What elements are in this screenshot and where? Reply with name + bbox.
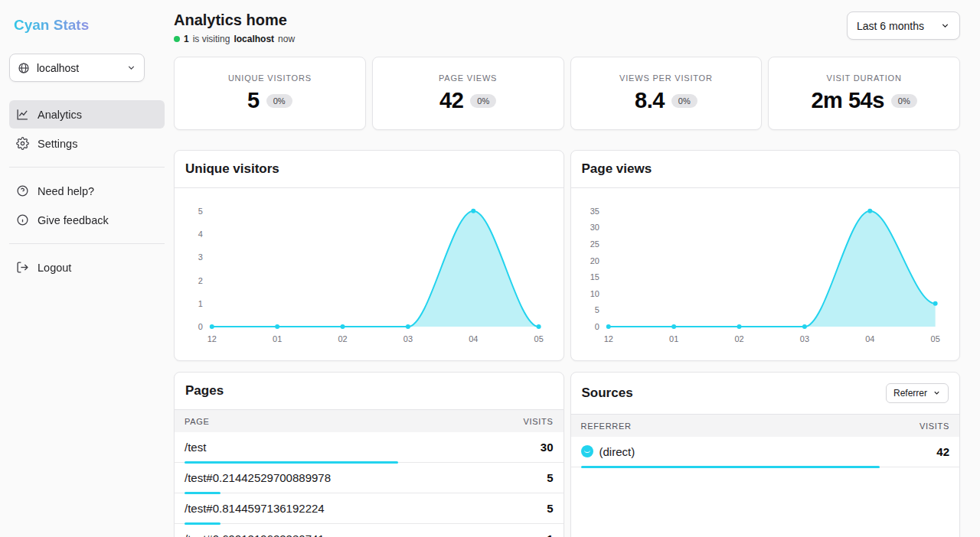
page-views-chart: 05101520253035120102030405 bbox=[571, 188, 960, 360]
page-title: Analytics home bbox=[174, 11, 295, 29]
row-visits: 30 bbox=[541, 441, 554, 454]
live-count: 1 bbox=[184, 34, 189, 44]
svg-text:30: 30 bbox=[590, 223, 599, 232]
row-label: (direct) bbox=[599, 445, 635, 458]
table-row[interactable]: /test#0.69913196233807411 bbox=[175, 524, 564, 537]
table-row[interactable]: /test#0.214425297008899785 bbox=[175, 463, 564, 493]
sidebar-item-give-feedback[interactable]: Give feedback bbox=[9, 206, 165, 234]
sources-card: Sources Referrer REFERRER VISITS (direct… bbox=[570, 372, 961, 537]
logout-icon bbox=[16, 261, 29, 274]
row-visits: 42 bbox=[936, 445, 949, 458]
stats-row: UNIQUE VISITORS50%PAGE VIEWS420%VIEWS PE… bbox=[174, 57, 960, 130]
brand-logo: Cyan Stats bbox=[9, 17, 165, 34]
row-label: /test#0.21442529700889978 bbox=[185, 471, 331, 484]
page-views-chart-card: Page views 05101520253035120102030405 bbox=[570, 150, 961, 361]
pages-card: Pages PAGE VISITS /test30/test#0.2144252… bbox=[174, 372, 564, 537]
chart-title: Page views bbox=[582, 161, 652, 177]
topbar: Analytics home 1 is visiting localhost n… bbox=[174, 11, 960, 44]
svg-text:04: 04 bbox=[865, 334, 874, 343]
sidebar-item-settings[interactable]: Settings bbox=[9, 129, 165, 158]
stat-card: VISIT DURATION2m 54s0% bbox=[768, 57, 960, 130]
svg-text:5: 5 bbox=[198, 207, 203, 216]
row-label: /test#0.6991319623380741 bbox=[185, 532, 325, 537]
stat-value: 42 bbox=[439, 88, 463, 113]
tables-row: Pages PAGE VISITS /test30/test#0.2144252… bbox=[174, 372, 960, 537]
table-row[interactable]: /test#0.81445971361922245 bbox=[175, 493, 564, 524]
sidebar-nav: Analytics Settings bbox=[9, 100, 165, 158]
pages-table-header: PAGE VISITS bbox=[175, 410, 564, 432]
svg-text:12: 12 bbox=[603, 334, 612, 343]
visits-bar bbox=[581, 466, 880, 468]
unique-visitors-chart-card: Unique visitors 012345120102030405 bbox=[174, 150, 564, 361]
sidebar-item-label: Settings bbox=[38, 138, 77, 150]
row-visits: 5 bbox=[547, 502, 553, 515]
stat-label: VIEWS PER VISITOR bbox=[619, 73, 713, 83]
unique-visitors-chart: 012345120102030405 bbox=[175, 188, 564, 360]
live-text: now bbox=[278, 34, 295, 44]
table-row[interactable]: (direct)42 bbox=[571, 437, 960, 467]
stat-label: PAGE VIEWS bbox=[439, 73, 497, 83]
column-header: VISITS bbox=[523, 417, 553, 426]
sidebar-divider bbox=[9, 243, 165, 244]
live-dot-icon bbox=[174, 36, 180, 42]
svg-text:02: 02 bbox=[338, 334, 347, 343]
sidebar-item-analytics[interactable]: Analytics bbox=[9, 100, 165, 129]
svg-text:2: 2 bbox=[198, 276, 203, 285]
globe-icon bbox=[18, 62, 30, 74]
pages-table-body: /test30/test#0.214425297008899785/test#0… bbox=[175, 432, 564, 537]
line-chart-icon bbox=[16, 108, 29, 121]
svg-text:10: 10 bbox=[590, 289, 599, 298]
svg-text:25: 25 bbox=[590, 239, 599, 249]
sidebar-item-label: Logout bbox=[38, 262, 71, 274]
sidebar-item-label: Give feedback bbox=[38, 214, 109, 226]
svg-text:20: 20 bbox=[590, 256, 599, 265]
sources-card-title: Sources bbox=[582, 386, 633, 401]
svg-text:05: 05 bbox=[930, 334, 939, 343]
site-selector[interactable]: localhost bbox=[9, 54, 145, 82]
table-row[interactable]: /test30 bbox=[175, 432, 564, 463]
sidebar-item-need-help[interactable]: Need help? bbox=[9, 177, 165, 205]
live-site: localhost bbox=[234, 34, 274, 44]
sources-table-body: (direct)42 bbox=[571, 437, 960, 467]
stat-delta-badge: 0% bbox=[671, 94, 697, 108]
referrer-filter-selector[interactable]: Referrer bbox=[886, 383, 949, 403]
chevron-down-icon bbox=[940, 21, 950, 31]
row-label: /test bbox=[185, 441, 206, 454]
svg-text:1: 1 bbox=[198, 299, 203, 308]
gear-icon bbox=[16, 137, 29, 150]
referrer-filter-label: Referrer bbox=[893, 388, 927, 399]
svg-text:02: 02 bbox=[734, 334, 743, 343]
stat-label: UNIQUE VISITORS bbox=[228, 73, 312, 83]
chevron-down-icon bbox=[933, 389, 941, 397]
row-visits: 1 bbox=[547, 532, 553, 537]
svg-text:4: 4 bbox=[198, 229, 203, 239]
svg-text:05: 05 bbox=[534, 334, 544, 343]
svg-text:5: 5 bbox=[594, 305, 599, 314]
live-text: is visiting bbox=[193, 34, 230, 44]
stat-value: 5 bbox=[247, 88, 260, 113]
info-circle-icon bbox=[16, 213, 29, 226]
row-label: /test#0.8144597136192224 bbox=[185, 502, 325, 515]
svg-text:12: 12 bbox=[207, 334, 217, 343]
date-range-label: Last 6 months bbox=[857, 20, 924, 32]
sidebar-item-logout[interactable]: Logout bbox=[9, 253, 165, 282]
stat-card: VIEWS PER VISITOR8.40% bbox=[570, 57, 763, 130]
stat-delta-badge: 0% bbox=[891, 94, 917, 108]
charts-row: Unique visitors 012345120102030405 Page … bbox=[174, 150, 960, 361]
stat-label: VISIT DURATION bbox=[827, 73, 902, 83]
sidebar-item-label: Analytics bbox=[38, 109, 82, 121]
main-content: Analytics home 1 is visiting localhost n… bbox=[174, 0, 960, 537]
sources-table-header: REFERRER VISITS bbox=[571, 415, 960, 437]
svg-text:35: 35 bbox=[590, 207, 599, 216]
sidebar-item-label: Need help? bbox=[38, 185, 94, 197]
sidebar: Cyan Stats localhost Analytics Settings … bbox=[0, 0, 174, 537]
svg-text:01: 01 bbox=[669, 334, 678, 343]
pages-card-title: Pages bbox=[185, 383, 224, 399]
chevron-down-icon bbox=[126, 63, 136, 73]
sidebar-divider bbox=[9, 167, 165, 168]
column-header: REFERRER bbox=[581, 421, 632, 431]
date-range-selector[interactable]: Last 6 months bbox=[847, 11, 960, 40]
svg-text:03: 03 bbox=[799, 334, 808, 343]
stat-delta-badge: 0% bbox=[266, 94, 292, 108]
column-header: VISITS bbox=[920, 421, 949, 431]
